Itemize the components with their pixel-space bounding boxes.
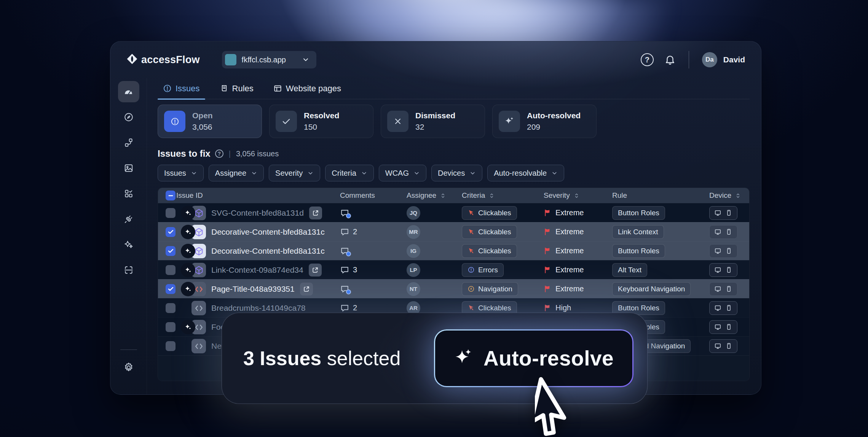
rule-label: Link Context bbox=[618, 228, 658, 236]
flag-icon bbox=[544, 247, 552, 255]
rule-chip[interactable]: Button Roles bbox=[612, 206, 665, 220]
sidebar-item-images[interactable] bbox=[118, 157, 139, 179]
filter-assignee[interactable]: Assignee bbox=[209, 165, 264, 181]
mobile-icon bbox=[725, 323, 732, 331]
row-checkbox-checked[interactable] bbox=[166, 246, 176, 256]
criteria-chip[interactable]: Navigation bbox=[462, 282, 518, 296]
criteria-chip[interactable]: Clickables bbox=[462, 206, 517, 220]
table-row[interactable]: SVG-Content-bfed8a131d JQ Clickables Ext… bbox=[158, 203, 749, 222]
table-row[interactable]: Decorative-Content-bfed8a131c IG Clickab… bbox=[158, 241, 749, 260]
open-issue-icon[interactable] bbox=[300, 283, 313, 296]
sidebar-item-compass[interactable] bbox=[118, 106, 139, 128]
open-issue-icon[interactable] bbox=[309, 207, 322, 219]
comments-icon[interactable] bbox=[340, 265, 349, 275]
filter-criteria[interactable]: Criteria bbox=[325, 165, 373, 181]
filter-issues[interactable]: Issues bbox=[158, 165, 204, 181]
summary-card-open[interactable]: Open 3,056 bbox=[158, 105, 262, 138]
rule-chip[interactable]: Button Roles bbox=[612, 244, 665, 258]
filter-auto-resolvable[interactable]: Auto-resolvable bbox=[487, 165, 564, 181]
device-chip[interactable] bbox=[709, 282, 737, 296]
row-checkbox[interactable] bbox=[166, 208, 176, 218]
rule-label: Button Roles bbox=[618, 209, 659, 217]
assignee-avatar[interactable]: JQ bbox=[407, 206, 420, 220]
tab-website-pages[interactable]: Website pages bbox=[273, 78, 341, 99]
comments-icon[interactable] bbox=[340, 303, 349, 313]
summary-card-resolved[interactable]: Resolved 150 bbox=[269, 105, 373, 138]
user-avatar[interactable]: Da bbox=[702, 52, 717, 67]
filter-devices[interactable]: Devices bbox=[431, 165, 482, 181]
comments-icon[interactable] bbox=[340, 208, 349, 218]
device-chip[interactable] bbox=[709, 225, 737, 239]
auto-resolve-button[interactable]: Auto-resolve bbox=[434, 329, 633, 387]
comments-icon[interactable] bbox=[340, 246, 349, 256]
card-value: 3,056 bbox=[192, 122, 213, 132]
sidebar-item-plug[interactable] bbox=[118, 208, 139, 230]
filter-label: Issues bbox=[164, 169, 186, 178]
flag-icon bbox=[544, 228, 552, 236]
assignee-avatar[interactable]: NT bbox=[407, 282, 420, 296]
row-checkbox[interactable] bbox=[166, 322, 176, 332]
grid-check-icon bbox=[124, 189, 134, 199]
summary-card-dismissed[interactable]: Dismissed 32 bbox=[381, 105, 485, 138]
comments-icon[interactable] bbox=[340, 284, 349, 294]
assignee-avatar[interactable]: IG bbox=[407, 244, 420, 258]
table-row[interactable]: Page-Title-048a939351 NT Navigation Extr… bbox=[158, 279, 749, 298]
criteria-chip[interactable]: Errors bbox=[462, 263, 504, 277]
sort-icon[interactable] bbox=[488, 192, 495, 199]
rule-chip[interactable]: Link Context bbox=[612, 225, 664, 239]
tab-rules[interactable]: Rules bbox=[220, 78, 254, 99]
help-icon[interactable]: ? bbox=[641, 53, 654, 66]
sidebar-item-flows[interactable] bbox=[118, 132, 139, 153]
assignee-avatar[interactable]: LP bbox=[407, 263, 420, 277]
sort-icon[interactable] bbox=[573, 192, 580, 199]
comments-icon[interactable] bbox=[340, 227, 349, 237]
issues-count: 3,056 issues bbox=[236, 149, 279, 158]
row-checkbox-checked[interactable] bbox=[166, 284, 176, 294]
open-issue-icon[interactable] bbox=[309, 264, 322, 277]
summary-card-auto-resolved[interactable]: Auto-resolved 209 bbox=[492, 105, 597, 138]
sidebar-item-settings[interactable] bbox=[118, 357, 139, 378]
filter-label: Devices bbox=[438, 169, 465, 178]
tab-issues[interactable]: Issues bbox=[163, 78, 200, 99]
domain-selector[interactable]: fkffcl.csb.app bbox=[222, 51, 316, 68]
device-chip[interactable] bbox=[709, 244, 737, 258]
criteria-chip[interactable]: Clickables bbox=[462, 225, 517, 239]
notifications-icon[interactable] bbox=[664, 54, 676, 65]
device-chip[interactable] bbox=[709, 301, 737, 315]
filter-severity[interactable]: Severity bbox=[269, 165, 320, 181]
desktop-icon bbox=[714, 342, 721, 350]
sidebar-item-dashboard[interactable] bbox=[118, 81, 139, 102]
alert-circle-icon bbox=[164, 111, 185, 132]
device-chip[interactable] bbox=[709, 263, 737, 277]
mobile-icon bbox=[725, 228, 732, 235]
desktop-icon bbox=[714, 247, 721, 254]
sidebar-item-sparkles[interactable] bbox=[118, 234, 139, 255]
device-chip[interactable] bbox=[709, 206, 737, 220]
rule-chip[interactable]: Keyboard Navigation bbox=[612, 282, 691, 296]
tab-label: Issues bbox=[176, 84, 200, 94]
table-header: Issue ID Comments Assignee Criteria Seve… bbox=[158, 188, 749, 203]
filter-wcag[interactable]: WCAG bbox=[379, 165, 426, 181]
select-all-checkbox[interactable] bbox=[166, 191, 176, 200]
severity: Extreme bbox=[544, 227, 584, 236]
tab-label: Rules bbox=[232, 84, 254, 94]
site-favicon bbox=[225, 54, 236, 65]
table-row[interactable]: Link-Context-09a874ed34 3 LP Errors Extr… bbox=[158, 260, 749, 279]
row-checkbox-checked[interactable] bbox=[166, 227, 176, 237]
sort-icon[interactable] bbox=[734, 192, 742, 199]
rule-chip[interactable]: Alt Text bbox=[612, 263, 647, 277]
device-chip[interactable] bbox=[709, 320, 737, 334]
table-row[interactable]: Decorative-Content-bfed8a131c 2 MR Click… bbox=[158, 222, 749, 241]
sidebar-item-scan[interactable] bbox=[118, 259, 139, 281]
assignee-avatar[interactable]: MR bbox=[407, 225, 420, 239]
criteria-chip[interactable]: Clickables bbox=[462, 244, 517, 258]
row-checkbox[interactable] bbox=[166, 303, 176, 313]
issue-id: Link-Context-09a874ed34 bbox=[211, 265, 303, 275]
sidebar bbox=[110, 78, 147, 395]
device-chip[interactable] bbox=[709, 339, 737, 353]
sort-icon[interactable] bbox=[439, 192, 447, 199]
row-checkbox[interactable] bbox=[166, 341, 176, 351]
sidebar-item-grid-check[interactable] bbox=[118, 183, 139, 204]
info-icon[interactable]: ? bbox=[215, 149, 223, 158]
row-checkbox[interactable] bbox=[166, 265, 176, 275]
